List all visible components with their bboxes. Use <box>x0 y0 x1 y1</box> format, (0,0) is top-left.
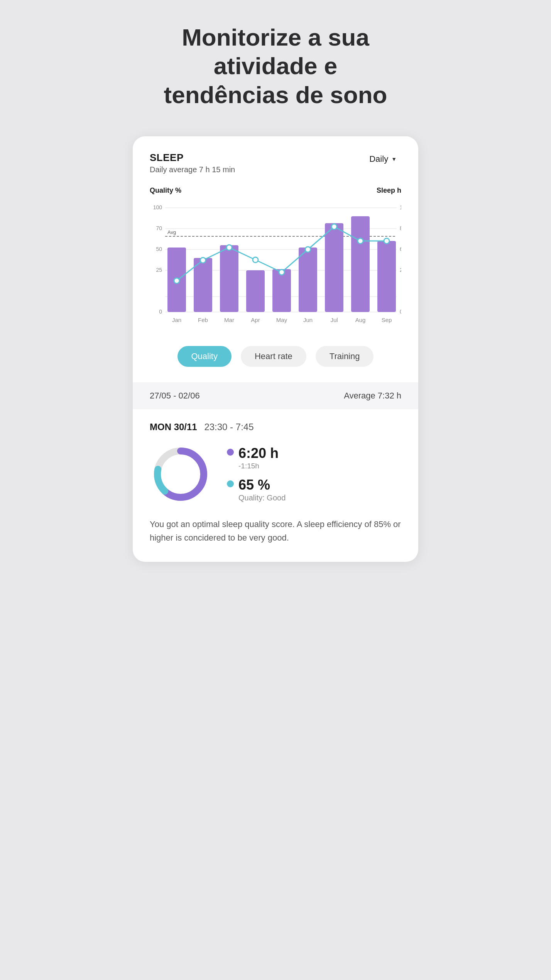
svg-text:Aug: Aug <box>355 317 366 323</box>
duration-metric: 6:20 h -1:15h <box>227 446 286 470</box>
chart-svg: 100 70 50 25 0 10 8 6 2 0 Avg <box>150 196 401 335</box>
point-feb <box>200 258 206 263</box>
point-jun <box>305 247 311 252</box>
svg-text:0: 0 <box>400 309 401 315</box>
chevron-down-icon: ▼ <box>391 156 397 162</box>
bar-mar <box>220 245 238 312</box>
point-mar <box>226 245 232 250</box>
average-value: Average 7:32 h <box>344 391 401 401</box>
quality-label: Quality: Good <box>238 493 286 502</box>
bar-jul <box>325 223 343 312</box>
bar-feb <box>194 258 212 312</box>
svg-text:Mar: Mar <box>224 317 234 323</box>
sleep-chart: 100 70 50 25 0 10 8 6 2 0 Avg <box>150 196 401 335</box>
tab-training[interactable]: Training <box>316 346 374 367</box>
point-aug <box>358 238 363 244</box>
card-header: SLEEP Daily average 7 h 15 min Daily ▼ <box>150 152 401 174</box>
svg-text:25: 25 <box>156 267 162 273</box>
svg-text:0: 0 <box>159 309 162 315</box>
point-sep <box>384 238 389 244</box>
teal-dot <box>227 480 234 487</box>
point-jul <box>331 224 337 229</box>
metrics-column: 6:20 h -1:15h 65 % Quality: Good <box>227 446 286 502</box>
page-title: Monitorize a sua atividade e tendências … <box>140 23 411 109</box>
detail-content: 6:20 h -1:15h 65 % Quality: Good <box>150 443 401 505</box>
svg-text:Jun: Jun <box>303 317 313 323</box>
detail-day: MON 30/11 <box>150 422 197 432</box>
svg-text:100: 100 <box>153 204 162 210</box>
bar-jun <box>299 248 317 312</box>
card-detail: MON 30/11 23:30 - 7:45 6:20 h <box>133 409 418 561</box>
svg-text:Feb: Feb <box>198 317 208 323</box>
date-summary-bar: 27/05 - 02/06 Average 7:32 h <box>133 382 418 409</box>
period-dropdown[interactable]: Daily ▼ <box>365 152 401 166</box>
svg-text:Apr: Apr <box>251 317 260 323</box>
svg-text:2: 2 <box>400 267 401 273</box>
tab-row: Quality Heart rate Training <box>150 346 401 370</box>
purple-dot <box>227 449 234 456</box>
tab-quality[interactable]: Quality <box>177 346 232 367</box>
detail-date-row: MON 30/11 23:30 - 7:45 <box>150 422 401 432</box>
y-axis-left-label: Quality % <box>150 187 181 195</box>
point-jan <box>174 278 179 283</box>
bar-sep <box>377 241 396 312</box>
svg-text:May: May <box>276 317 287 323</box>
date-range: 27/05 - 02/06 <box>150 391 200 401</box>
duration-delta: -1:15h <box>238 462 279 470</box>
bar-apr <box>246 270 265 312</box>
svg-text:70: 70 <box>156 225 162 231</box>
quality-percent: 65 % <box>238 478 286 492</box>
svg-text:Jul: Jul <box>330 317 338 323</box>
main-card: SLEEP Daily average 7 h 15 min Daily ▼ Q… <box>133 136 418 561</box>
detail-time-range: 23:30 - 7:45 <box>204 422 254 432</box>
tab-heart-rate[interactable]: Heart rate <box>241 346 306 367</box>
sleep-title: SLEEP <box>150 152 235 164</box>
y-axis-right-label: Sleep h <box>377 187 401 195</box>
sleep-donut-chart <box>150 443 211 505</box>
bar-aug <box>351 216 370 312</box>
svg-text:8: 8 <box>400 225 401 231</box>
point-apr <box>253 257 258 263</box>
sleep-duration: 6:20 h <box>238 446 279 460</box>
description-text: You got an optimal sleep quality score. … <box>150 517 401 544</box>
sleep-average: Daily average 7 h 15 min <box>150 165 235 174</box>
svg-text:Sep: Sep <box>382 317 392 323</box>
svg-text:50: 50 <box>156 246 162 252</box>
svg-text:Avg: Avg <box>167 229 176 235</box>
svg-text:10: 10 <box>400 204 401 210</box>
svg-text:Jan: Jan <box>172 317 181 323</box>
bar-may <box>272 269 291 312</box>
quality-metric: 65 % Quality: Good <box>227 478 286 502</box>
svg-text:6: 6 <box>400 246 401 252</box>
point-may <box>279 270 284 275</box>
chart-axis-labels: Quality % Sleep h <box>150 187 401 195</box>
